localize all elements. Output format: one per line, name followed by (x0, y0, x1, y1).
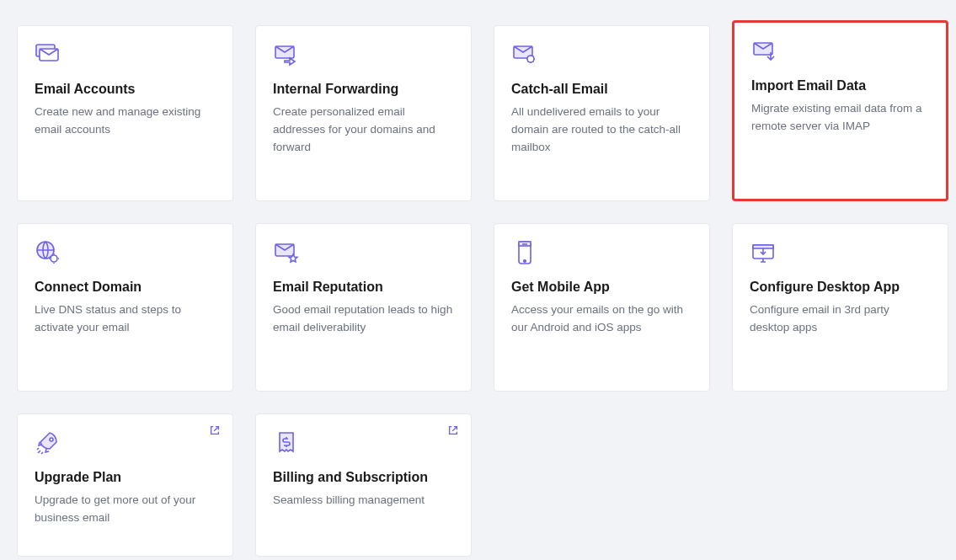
card-desc: Create new and manage existing email acc… (35, 104, 216, 139)
card-title: Import Email Data (751, 78, 929, 93)
card-title: Catch-all Email (511, 82, 692, 97)
globe-gear-icon (35, 239, 61, 266)
mobile-phone-icon (511, 239, 538, 266)
svg-point-15 (50, 438, 53, 441)
card-title: Upgrade Plan (35, 470, 216, 485)
card-get-mobile-app[interactable]: Get Mobile App Access your emails on the… (494, 223, 710, 392)
external-link-icon (209, 424, 221, 436)
rocket-icon (35, 429, 61, 456)
card-title: Get Mobile App (511, 280, 692, 295)
desktop-download-icon (750, 239, 777, 266)
svg-point-11 (524, 260, 526, 263)
svg-point-7 (51, 255, 57, 262)
envelope-forward-icon (273, 41, 300, 68)
card-email-accounts[interactable]: Email Accounts Create new and manage exi… (17, 25, 233, 201)
svg-point-4 (527, 56, 534, 62)
card-desc: Live DNS status and steps to activate yo… (35, 301, 216, 337)
card-desc: All undelivered emails to your domain ar… (511, 104, 692, 157)
card-upgrade-plan[interactable]: Upgrade Plan Upgrade to get more out of … (17, 413, 233, 557)
svg-rect-14 (753, 245, 773, 248)
card-desc: Seamless billing management (273, 492, 454, 509)
card-title: Configure Desktop App (750, 280, 931, 295)
envelope-star-icon (273, 239, 300, 266)
card-desc: Good email reputation leads to high emai… (273, 301, 454, 337)
card-desc: Upgrade to get more out of your business… (35, 492, 216, 527)
card-title: Connect Domain (35, 280, 216, 295)
card-title: Billing and Subscription (273, 470, 454, 485)
card-desc: Migrate existing email data from a remot… (751, 100, 929, 136)
card-title: Email Reputation (273, 280, 454, 295)
card-title: Internal Forwarding (273, 82, 454, 97)
card-desc: Configure email in 3rd party desktop app… (750, 301, 931, 337)
card-connect-domain[interactable]: Connect Domain Live DNS status and steps… (17, 223, 233, 392)
card-configure-desktop-app[interactable]: Configure Desktop App Configure email in… (732, 223, 948, 392)
card-email-reputation[interactable]: Email Reputation Good email reputation l… (255, 223, 472, 392)
card-import-email-data[interactable]: Import Email Data Migrate existing email… (732, 20, 948, 201)
envelope-download-icon (751, 38, 778, 65)
envelope-stack-icon (35, 41, 61, 68)
card-catch-all-email[interactable]: Catch-all Email All undelivered emails t… (494, 25, 710, 201)
card-internal-forwarding[interactable]: Internal Forwarding Create personalized … (255, 25, 472, 201)
card-title: Email Accounts (35, 82, 216, 97)
receipt-dollar-icon (273, 429, 300, 456)
envelope-gear-icon (511, 41, 538, 68)
card-desc: Access your emails on the go with our An… (511, 301, 692, 337)
card-desc: Create personalized email addresses for … (273, 104, 454, 157)
card-billing-subscription[interactable]: Billing and Subscription Seamless billin… (255, 413, 472, 557)
external-link-icon (447, 424, 459, 436)
